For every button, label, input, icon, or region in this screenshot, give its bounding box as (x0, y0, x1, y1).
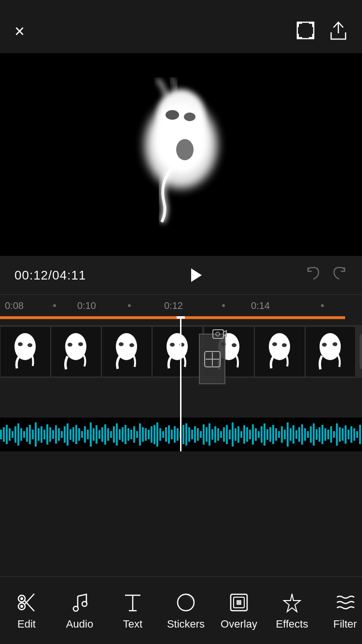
frame-1[interactable] (0, 326, 51, 377)
text-icon (124, 591, 141, 614)
svg-rect-77 (122, 427, 124, 442)
svg-rect-58 (67, 423, 69, 446)
tool-stickers[interactable]: Stickers (159, 582, 212, 640)
svg-rect-149 (330, 426, 332, 443)
bottom-toolbar: Edit Audio Text (0, 576, 362, 644)
svg-rect-139 (301, 424, 303, 445)
svg-rect-71 (104, 424, 106, 445)
svg-point-16 (129, 343, 134, 347)
svg-rect-72 (107, 428, 109, 441)
svg-rect-112 (223, 427, 225, 442)
frame-6[interactable] (254, 326, 305, 377)
svg-rect-105 (203, 424, 205, 445)
tool-edit[interactable]: Edit (0, 582, 53, 640)
frame-3[interactable] (101, 326, 152, 377)
svg-marker-175 (284, 594, 300, 612)
svg-rect-148 (327, 430, 329, 439)
frame-7[interactable] (305, 326, 356, 377)
svg-point-15 (119, 342, 124, 346)
svg-rect-142 (310, 426, 312, 443)
svg-rect-0 (297, 22, 314, 39)
svg-rect-64 (84, 426, 86, 443)
svg-rect-131 (278, 431, 280, 438)
svg-rect-102 (194, 426, 196, 443)
svg-rect-129 (272, 425, 274, 444)
svg-rect-135 (290, 428, 292, 441)
camera-icon (212, 327, 227, 342)
svg-point-166 (73, 606, 78, 611)
svg-rect-89 (156, 422, 158, 447)
svg-rect-130 (275, 428, 277, 441)
svg-point-10 (28, 343, 32, 347)
svg-rect-119 (243, 425, 245, 444)
video-preview (0, 53, 362, 256)
ghost-character (133, 77, 229, 232)
svg-rect-117 (237, 426, 239, 443)
svg-rect-36 (3, 427, 5, 442)
frame-4[interactable] (152, 326, 203, 377)
svg-point-7 (176, 139, 194, 160)
tool-edit-label: Edit (17, 618, 36, 630)
svg-rect-55 (58, 428, 60, 441)
svg-rect-61 (75, 425, 77, 444)
svg-rect-151 (336, 423, 338, 446)
svg-rect-118 (240, 431, 242, 438)
ruler-mark-1: 0:10 (77, 300, 96, 311)
music-icon (71, 591, 88, 614)
ruler-dot-3 (321, 304, 324, 307)
svg-rect-136 (292, 425, 294, 444)
share-button[interactable] (329, 20, 348, 43)
svg-rect-45 (29, 425, 31, 444)
video-content (128, 72, 234, 237)
svg-rect-103 (197, 428, 199, 441)
svg-rect-44 (26, 427, 28, 442)
svg-rect-39 (12, 431, 14, 438)
add-clip-button[interactable]: + (360, 332, 362, 371)
close-button[interactable]: × (14, 21, 25, 42)
svg-rect-50 (43, 430, 45, 439)
svg-rect-76 (119, 429, 121, 440)
svg-rect-94 (171, 430, 173, 439)
tool-audio[interactable]: Audio (53, 582, 106, 640)
svg-rect-143 (313, 423, 315, 446)
tool-filter[interactable]: Filter (319, 582, 362, 640)
svg-rect-66 (90, 422, 92, 447)
svg-rect-69 (98, 430, 100, 439)
tool-overlay[interactable]: Overlay (212, 582, 265, 640)
svg-rect-81 (133, 426, 135, 443)
svg-point-6 (184, 112, 195, 121)
svg-rect-43 (23, 431, 25, 438)
redo-button[interactable] (331, 266, 348, 285)
ruler-dot-1 (128, 304, 131, 307)
svg-point-13 (78, 342, 83, 346)
playhead[interactable] (180, 316, 181, 451)
ruler-mark-2: 0:12 (164, 300, 183, 311)
play-button[interactable] (183, 263, 208, 287)
svg-rect-157 (353, 428, 355, 441)
svg-rect-51 (46, 424, 48, 445)
svg-rect-67 (93, 428, 95, 441)
playhead-handle[interactable] (177, 316, 185, 319)
svg-rect-99 (185, 423, 187, 446)
tool-text-label: Text (123, 618, 142, 630)
svg-rect-91 (162, 431, 164, 438)
sticker-icon (176, 591, 195, 614)
timeline-area[interactable]: + (0, 316, 362, 451)
svg-rect-60 (72, 427, 74, 442)
svg-point-9 (18, 342, 23, 346)
undo-button[interactable] (305, 266, 321, 285)
svg-rect-47 (35, 422, 37, 447)
svg-line-163 (24, 594, 34, 605)
tool-text[interactable]: Text (106, 582, 159, 640)
svg-rect-48 (38, 428, 40, 441)
svg-rect-114 (229, 430, 231, 439)
svg-rect-82 (136, 431, 138, 438)
svg-rect-84 (142, 427, 144, 442)
svg-rect-87 (151, 426, 153, 443)
frame-2[interactable] (51, 326, 101, 377)
expand-button[interactable] (296, 21, 315, 42)
svg-rect-32 (213, 330, 223, 338)
overlay-icon (229, 591, 249, 614)
tool-effects[interactable]: Effects (265, 582, 319, 640)
svg-rect-70 (101, 427, 103, 442)
